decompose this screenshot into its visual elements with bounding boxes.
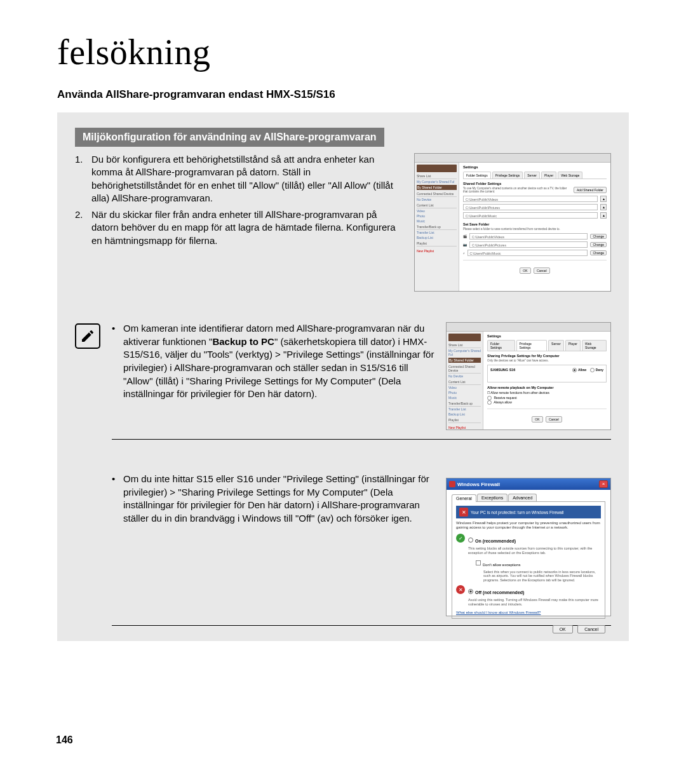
allshare-folder-settings-screenshot: Share List My Computer's Shared Fol By S…	[414, 153, 611, 292]
note-pencil-icon	[75, 323, 100, 349]
note-text: Om du inte hittar S15 eller S16 under "P…	[123, 473, 434, 525]
shield-check-icon: ✓	[456, 534, 465, 543]
content-container: Använda AllShare-programvaran endast HMX…	[0, 79, 686, 641]
list-number: 1.	[75, 153, 91, 205]
list-item-text: När du skickar filer från andra enheter …	[91, 208, 403, 247]
subtitle: Använda AllShare-programvaran endast HMX…	[57, 88, 629, 101]
shield-alert-icon: ✕	[459, 508, 468, 517]
firewall-titlebar-icon	[449, 481, 455, 487]
page-title: felsökning	[0, 0, 686, 79]
bullet-icon: •	[112, 322, 123, 401]
windows-firewall-screenshot: Windows Firewall × General Exceptions Ad…	[446, 478, 611, 616]
section-banner: Miljökonfiguration för användning av All…	[75, 128, 384, 147]
allshare-privilege-settings-screenshot: Share List My Computer's Shared Fol By S…	[446, 322, 611, 430]
note-text: Om kameran inte identifierar datorn med …	[123, 322, 434, 401]
page-number: 146	[56, 734, 73, 746]
ordered-list: 1. Du bör konfigurera ett behörighetstil…	[75, 153, 403, 247]
shield-off-icon: ✕	[456, 585, 465, 594]
bullet-icon: •	[112, 473, 123, 525]
divider	[112, 439, 611, 440]
list-item-text: Du bör konfigurera ett behörighetstillst…	[91, 153, 403, 205]
list-number: 2.	[75, 208, 91, 247]
close-icon: ×	[599, 480, 608, 488]
gray-panel: Miljökonfiguration för användning av All…	[57, 112, 629, 641]
